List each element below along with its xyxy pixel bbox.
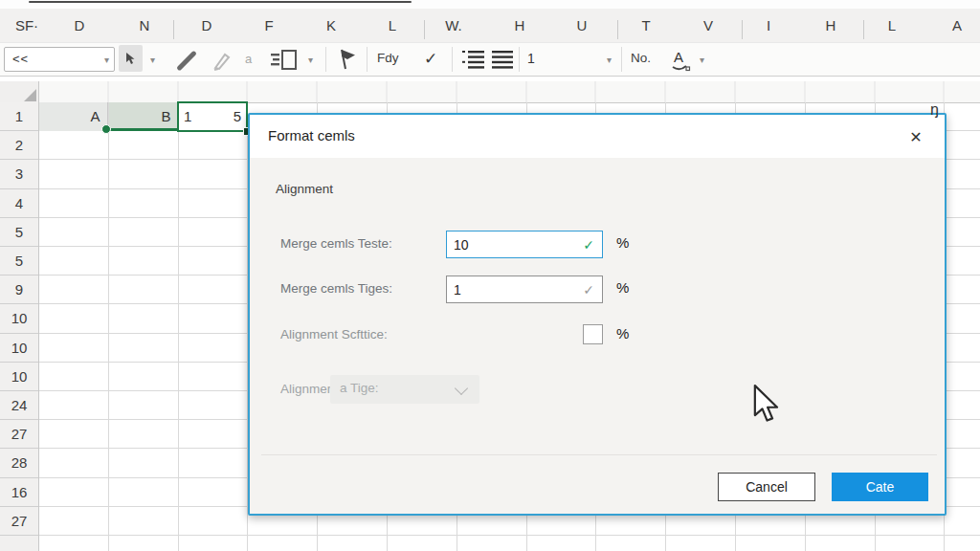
menu-item[interactable]: D	[75, 16, 85, 35]
menu-item[interactable]: D	[202, 16, 212, 35]
toolbar-divider	[325, 47, 326, 72]
row-header[interactable]: 16	[0, 478, 38, 507]
chevron-down-icon[interactable]: ▾	[150, 55, 155, 65]
alignments-tige-dropdown: a Tige:	[330, 375, 479, 404]
pen-icon	[176, 50, 197, 71]
dialog-footer-divider	[261, 454, 937, 455]
font-color-button[interactable]: A	[670, 47, 695, 73]
percent-label: %	[616, 279, 629, 296]
toolbar-divider	[621, 47, 622, 72]
merge-cells-tiges-input[interactable]: 1 ✓	[446, 276, 603, 303]
menu-item[interactable]: L	[888, 16, 896, 35]
dialog-title: Format cemls	[268, 127, 355, 143]
merge-cells-teste-input[interactable]: 10 ✓	[446, 231, 603, 258]
pen-button[interactable]	[173, 48, 200, 73]
toolbar: << ▾ ▾ a ▾ Fdy ✓ 1 ▾	[0, 42, 980, 77]
merge-cells-teste-label: Merge cemls Teste:	[280, 236, 392, 251]
cancel-button[interactable]: Cancel	[718, 473, 815, 501]
menu-item[interactable]: L	[389, 16, 396, 35]
menu-item[interactable]: V	[703, 16, 713, 35]
cate-button[interactable]: Cate	[832, 473, 928, 501]
row-header[interactable]: 27	[0, 420, 38, 449]
chevron-down-icon[interactable]: ▾	[308, 55, 313, 65]
chevron-down-icon[interactable]: ▾	[104, 55, 109, 65]
row-header[interactable]: 9	[0, 276, 38, 304]
toolbar-divider	[367, 47, 368, 72]
row-header[interactable]: 24	[0, 391, 38, 420]
chevron-down-icon	[455, 382, 468, 395]
font-size-combo[interactable]: 1 ▾	[520, 47, 619, 72]
format-cells-dialog: Format cemls ✕ Alignment Merge cemls Tes…	[248, 113, 947, 516]
no-button[interactable]: No.	[631, 51, 651, 65]
cell-a1[interactable]: A	[39, 102, 108, 131]
section-label-alignment: Alignment	[276, 182, 333, 196]
cursor-icon	[124, 52, 137, 66]
cell-c1-left-value: 1	[184, 108, 191, 124]
menu-item[interactable]: U	[577, 16, 588, 35]
row-header[interactable]: 10	[0, 334, 38, 363]
row-header[interactable]: 3	[0, 160, 38, 188]
name-box-value: <<	[12, 52, 29, 66]
menu-divider	[617, 20, 618, 39]
stray-cell-glyph: ŋ	[930, 101, 939, 119]
check-icon[interactable]: ✓	[424, 49, 437, 69]
toolbar-divider	[452, 47, 453, 72]
check-icon[interactable]: ✓	[583, 282, 594, 298]
row-header[interactable]: 27	[0, 507, 38, 536]
menu-item[interactable]: SF·	[15, 16, 38, 35]
row-header[interactable]: 5	[0, 247, 38, 276]
chevron-down-icon[interactable]: ▾	[700, 55, 704, 65]
select-all-triangle-icon	[24, 89, 36, 101]
name-box[interactable]: << ▾	[4, 47, 115, 72]
menu-item[interactable]: K	[326, 16, 336, 35]
alignment-checkbox[interactable]	[583, 324, 603, 344]
check-icon[interactable]: ✓	[583, 237, 594, 253]
font-size-value: 1	[527, 51, 535, 66]
cell-c1-selected[interactable]: 1 5	[177, 101, 248, 132]
percent-label: %	[616, 234, 629, 251]
merge-cells-tiges-label: Merge cemls Tiges:	[280, 281, 392, 296]
menu-item[interactable]: N	[140, 16, 150, 35]
chevron-down-icon: ▾	[607, 55, 612, 65]
selection-bottom-border	[105, 128, 180, 131]
row-header[interactable]: 10	[0, 363, 38, 391]
column-header-strip[interactable]	[0, 81, 980, 103]
row-header-column: 1 2 3 4 5 5 9 10 10 10 24 27 28 16 27	[0, 102, 39, 551]
alignment-scfttice-label: Alignment Scfttice:	[280, 327, 388, 342]
menu-item[interactable]: I	[767, 16, 770, 35]
menu-divider	[742, 20, 743, 39]
row-header[interactable]: 10	[0, 304, 38, 333]
char-a-icon[interactable]: a	[245, 52, 252, 66]
menu-item[interactable]: W.	[445, 16, 462, 35]
brush-icon[interactable]	[210, 49, 234, 72]
dropdown-value: a Tige:	[340, 381, 379, 395]
cell-c1-right-value: 5	[234, 108, 241, 124]
row-header[interactable]: 4	[0, 189, 38, 218]
menu-item[interactable]: A	[952, 16, 962, 35]
menu-item[interactable]: T	[641, 16, 650, 35]
row-header[interactable]: 5	[0, 218, 38, 247]
close-icon[interactable]: ✕	[902, 125, 929, 148]
row-header[interactable]: 1	[0, 102, 38, 131]
align-list-icon[interactable]	[462, 51, 484, 69]
dialog-titlebar: Format cemls ✕	[250, 115, 945, 158]
row-header[interactable]: 28	[0, 449, 38, 477]
mouse-cursor	[752, 385, 781, 425]
justify-list-icon[interactable]	[492, 51, 513, 69]
flag-icon[interactable]	[337, 48, 360, 72]
menu-item[interactable]: H	[515, 16, 525, 35]
menu-bar: SF· D N D F K L W. H U T V I H L A	[0, 9, 980, 42]
titlebar-edge-line	[29, 1, 412, 3]
menu-item[interactable]: F	[264, 16, 273, 35]
select-cursor-button[interactable]	[119, 45, 143, 72]
select-all-corner[interactable]	[0, 81, 39, 102]
borders-icon[interactable]	[270, 48, 302, 73]
input-value: 10	[454, 237, 469, 253]
row-header[interactable]: 2	[0, 131, 38, 160]
percent-label: %	[616, 325, 629, 342]
selection-fill-handle[interactable]	[101, 124, 111, 134]
cell-b1[interactable]: B	[109, 102, 178, 131]
menu-item[interactable]: H	[826, 16, 836, 35]
fdy-button[interactable]: Fdy	[377, 51, 399, 65]
menu-divider	[424, 20, 425, 39]
